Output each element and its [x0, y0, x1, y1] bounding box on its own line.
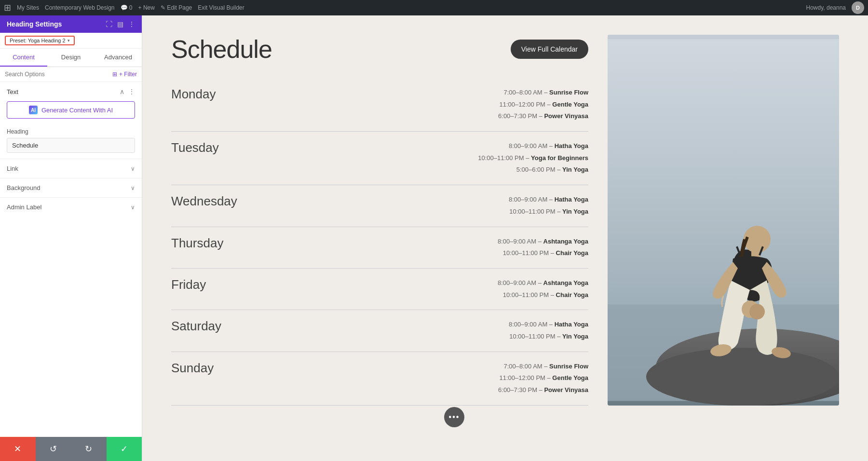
class-item: 8:00–9:00 AM – Ashtanga Yoga [258, 236, 588, 248]
schedule-left-column: Schedule View Full Calendar Monday 7:00–… [171, 35, 608, 406]
sidebar-header-icons: ⛶ ▤ ⋮ [106, 20, 135, 28]
class-item: 10:00–11:00 PM – Chair Yoga [258, 289, 588, 301]
thursday-row: Thursday 8:00–9:00 AM – Ashtanga Yoga 10… [171, 227, 588, 269]
background-collapse-icon: ∨ [131, 185, 135, 191]
class-item: 8:00–9:00 AM – Hatha Yoga [258, 194, 588, 206]
sidebar-header: Heading Settings ⛶ ▤ ⋮ [0, 15, 142, 33]
friday-label: Friday [171, 277, 248, 292]
tuesday-classes: 8:00–9:00 AM – Hatha Yoga 10:00–11:00 PM… [258, 140, 588, 176]
collapse-icon[interactable]: ∧ [120, 88, 124, 95]
options-icon[interactable]: ⋮ [128, 88, 135, 95]
filter-button[interactable]: ⊞ + Filter [112, 71, 137, 78]
howdy-text: Howdy, deanna [806, 4, 846, 11]
my-sites-link[interactable]: My Sites [17, 4, 39, 11]
class-item: 10:00–11:00 PM – Yin Yoga [258, 331, 588, 343]
preset-bar: Preset: Yoga Heading 2 ▾ [0, 33, 142, 49]
view-calendar-button[interactable]: View Full Calendar [511, 40, 588, 59]
search-bar: ⊞ + Filter [0, 67, 142, 82]
link-title: Link [7, 165, 18, 172]
svg-point-10 [749, 304, 765, 319]
schedule-title: Schedule [171, 35, 272, 64]
tab-advanced[interactable]: Advanced [95, 49, 142, 67]
text-section-header: Text ∧ ⋮ [0, 82, 142, 99]
preset-label: Preset: Yoga Heading 2 [10, 38, 66, 43]
tuesday-label: Tuesday [171, 140, 248, 155]
exit-builder-link[interactable]: Exit Visual Builder [198, 4, 244, 11]
admin-label-section: Admin Label ∨ [0, 197, 142, 217]
tuesday-row: Tuesday 8:00–9:00 AM – Hatha Yoga 10:00–… [171, 132, 588, 185]
class-item: 10:00–11:00 PM – Yin Yoga [258, 206, 588, 218]
background-section-header[interactable]: Background ∨ [7, 184, 135, 191]
fab-button[interactable]: ••• [444, 407, 464, 427]
link-collapse-icon: ∨ [131, 165, 135, 172]
columns-icon[interactable]: ▤ [117, 20, 123, 28]
site-name-link[interactable]: Contemporary Web Design [45, 4, 115, 11]
cancel-button[interactable]: ✕ [0, 437, 36, 461]
heading-field-group: Heading [0, 124, 142, 159]
saturday-classes: 8:00–9:00 AM – Hatha Yoga 10:00–11:00 PM… [258, 319, 588, 342]
admin-label-section-header[interactable]: Admin Label ∨ [7, 203, 135, 211]
new-link[interactable]: + New [138, 4, 155, 11]
text-section-title: Text [7, 88, 18, 95]
main-content: Schedule View Full Calendar Monday 7:00–… [142, 15, 868, 461]
heading-field-label: Heading [7, 128, 135, 135]
class-item: 7:00–8:00 AM – Sunrise Flow [258, 87, 588, 99]
friday-row: Friday 8:00–9:00 AM – Ashtanga Yoga 10:0… [171, 269, 588, 310]
wp-logo-icon[interactable]: ⊞ [4, 2, 11, 13]
main-layout: Heading Settings ⛶ ▤ ⋮ Preset: Yoga Head… [0, 0, 868, 461]
comments-link[interactable]: 💬 0 [121, 4, 133, 11]
schedule-layout: Schedule View Full Calendar Monday 7:00–… [171, 35, 839, 406]
edit-page-link[interactable]: ✎ Edit Page [161, 4, 192, 11]
class-item: 8:00–9:00 AM – Ashtanga Yoga [258, 277, 588, 289]
tab-design[interactable]: Design [47, 49, 95, 67]
class-item: 11:00–12:00 PM – Gentle Yoga [258, 99, 588, 111]
link-section: Link ∨ [0, 159, 142, 178]
wednesday-label: Wednesday [171, 194, 248, 209]
class-item: 8:00–9:00 AM – Hatha Yoga [258, 140, 588, 152]
redo-button[interactable]: ↻ [71, 437, 107, 461]
heading-input[interactable] [7, 138, 135, 153]
svg-point-3 [646, 348, 839, 405]
sunday-label: Sunday [171, 361, 248, 376]
thursday-classes: 8:00–9:00 AM – Ashtanga Yoga 10:00–11:00… [258, 236, 588, 259]
preset-badge[interactable]: Preset: Yoga Heading 2 ▾ [5, 36, 75, 45]
monday-classes: 7:00–8:00 AM – Sunrise Flow 11:00–12:00 … [258, 87, 588, 122]
class-item: 6:00–7:30 PM – Power Vinyasa [258, 384, 588, 396]
more-icon[interactable]: ⋮ [128, 20, 135, 28]
admin-label-collapse-icon: ∨ [131, 204, 135, 211]
class-item: 6:00–7:30 PM – Power Vinyasa [258, 110, 588, 122]
friday-classes: 8:00–9:00 AM – Ashtanga Yoga 10:00–11:00… [258, 277, 588, 301]
sidebar-title: Heading Settings [7, 20, 62, 28]
class-item: 10:00–11:00 PM – Chair Yoga [258, 247, 588, 259]
sidebar: Heading Settings ⛶ ▤ ⋮ Preset: Yoga Head… [0, 15, 142, 461]
tab-content[interactable]: Content [0, 49, 47, 67]
schedule-header: Schedule View Full Calendar [171, 35, 588, 64]
undo-button[interactable]: ↺ [36, 437, 71, 461]
fab-icon: ••• [449, 413, 460, 421]
save-button[interactable]: ✓ [107, 437, 142, 461]
ai-icon: AI [29, 106, 38, 114]
avatar[interactable]: D [852, 1, 864, 14]
search-input[interactable] [5, 71, 108, 78]
saturday-row: Saturday 8:00–9:00 AM – Hatha Yoga 10:00… [171, 310, 588, 352]
filter-icon: ⊞ [112, 71, 117, 78]
generate-ai-button[interactable]: AI Generate Content With AI [7, 101, 135, 119]
wednesday-row: Wednesday 8:00–9:00 AM – Hatha Yoga 10:0… [171, 185, 588, 227]
background-title: Background [7, 184, 40, 191]
yoga-image-placeholder [608, 35, 839, 406]
monday-label: Monday [171, 87, 248, 102]
schedule-image [608, 35, 839, 406]
text-section-icons: ∧ ⋮ [120, 88, 135, 95]
class-item: 10:00–11:00 PM – Yoga for Beginners [258, 152, 588, 164]
link-section-header[interactable]: Link ∨ [7, 165, 135, 172]
sunday-row: Sunday 7:00–8:00 AM – Sunrise Flow 11:00… [171, 352, 588, 406]
class-item: 11:00–12:00 PM – Gentle Yoga [258, 372, 588, 384]
saturday-label: Saturday [171, 319, 248, 334]
fullscreen-icon[interactable]: ⛶ [106, 20, 112, 28]
admin-bar: ⊞ My Sites Contemporary Web Design 💬 0 +… [0, 0, 868, 15]
thursday-label: Thursday [171, 236, 248, 251]
sidebar-bottom-bar: ✕ ↺ ↻ ✓ [0, 437, 142, 461]
wednesday-classes: 8:00–9:00 AM – Hatha Yoga 10:00–11:00 PM… [258, 194, 588, 217]
class-item: 5:00–6:00 PM – Yin Yoga [258, 164, 588, 176]
class-item: 7:00–8:00 AM – Sunrise Flow [258, 361, 588, 373]
